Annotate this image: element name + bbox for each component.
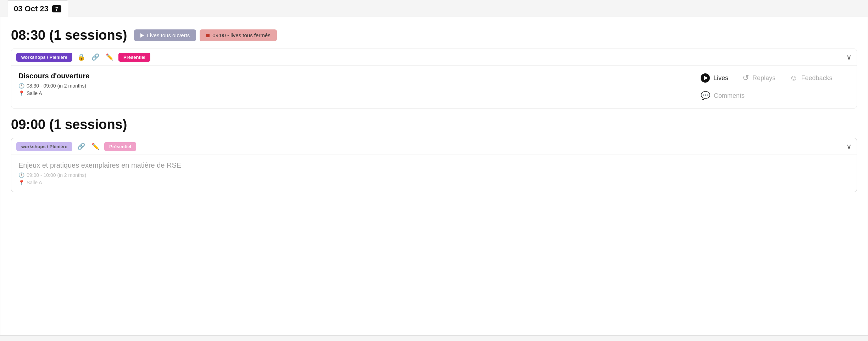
session-info-2: Enjeux et pratiques exemplaires en matiè… [18,161,850,185]
link-button-1[interactable]: 🔗 [90,52,101,62]
tag-presentiel-1: Présentiel [118,53,150,62]
session-meta-1: 🕐 08:30 - 09:00 (in 2 months) [18,83,690,89]
content-area: 08:30 (1 sessions) Lives tous ouverts 09… [0,17,868,336]
date-label: 03 Oct 23 [14,4,49,13]
lives-action-label: Lives [713,74,728,82]
lives-open-label: Lives tous ouverts [147,32,190,38]
stop-icon [206,34,210,37]
session-card-1: workshops / Plénière 🔒 🔗 ✏️ Présentiel ∨… [11,49,857,108]
actions-row-1-bottom: 💬 Comments [701,90,850,102]
time-header-0900: 09:00 (1 sessions) [11,117,857,132]
session-card-1-body: Discours d'ouverture 🕐 08:30 - 09:00 (in… [11,66,857,108]
session-card-2-header: workshops / Plénière 🔗 ✏️ Présentiel ∨ [11,138,857,155]
lock-button-1[interactable]: 🔒 [76,52,87,62]
lives-action-btn-1[interactable]: Lives [701,72,728,84]
time-section-0830: 08:30 (1 sessions) Lives tous ouverts 09… [11,28,857,108]
replay-icon: ↺ [742,73,749,83]
location-text-2: Salle A [27,180,42,185]
session-title-2: Enjeux et pratiques exemplaires en matiè… [18,161,850,169]
pin-icon-2: 📍 [18,180,24,185]
date-badge: 7 [52,5,61,12]
chevron-down-2[interactable]: ∨ [846,142,852,151]
lives-close-label: 09:00 - lives tous fermés [212,32,270,38]
play-circle-icon [701,73,710,83]
location-text-1: Salle A [27,90,42,96]
comment-icon: 💬 [701,91,710,100]
edit-button-2[interactable]: ✏️ [90,142,101,151]
session-card-1-header: workshops / Plénière 🔒 🔗 ✏️ Présentiel ∨ [11,49,857,66]
session-time-2: 09:00 - 10:00 (in 2 months) [27,172,86,178]
comments-action-label: Comments [714,92,745,100]
feedbacks-action-btn-1[interactable]: ☺ Feedbacks [790,72,833,84]
clock-icon-1: 🕐 [18,83,24,89]
date-tab[interactable]: 03 Oct 23 7 [7,0,68,17]
feedbacks-action-label: Feedbacks [801,74,833,82]
chevron-down-1[interactable]: ∨ [846,53,852,61]
link-button-2[interactable]: 🔗 [76,142,87,151]
session-time-1: 08:30 - 09:00 (in 2 months) [27,83,86,89]
edit-button-1[interactable]: ✏️ [104,52,115,62]
comments-action-btn-1[interactable]: 💬 Comments [701,90,745,102]
play-icon [140,33,144,38]
tag-presentiel-2: Présentiel [104,142,136,151]
replays-action-label: Replays [752,74,775,82]
track-badge-2: workshops / Plénière [16,142,72,151]
session-actions-1: Lives ↺ Replays ☺ Feedbacks [701,72,850,102]
replays-action-btn-1[interactable]: ↺ Replays [742,72,775,84]
time-actions-0830: Lives tous ouverts 09:00 - lives tous fe… [134,29,277,41]
time-header-0830: 08:30 (1 sessions) Lives tous ouverts 09… [11,28,857,43]
session-meta-2: 🕐 09:00 - 10:00 (in 2 months) [18,172,850,178]
feedback-icon: ☺ [790,73,797,83]
play-triangle [704,76,708,80]
session-card-2: workshops / Plénière 🔗 ✏️ Présentiel ∨ E… [11,138,857,192]
pin-icon-1: 📍 [18,90,24,96]
session-location-1: 📍 Salle A [18,90,690,96]
session-card-2-body: Enjeux et pratiques exemplaires en matiè… [11,155,857,192]
time-title-0900: 09:00 (1 sessions) [11,117,127,132]
session-title-1: Discours d'ouverture [18,72,690,80]
clock-icon-2: 🕐 [18,172,24,178]
session-info-1: Discours d'ouverture 🕐 08:30 - 09:00 (in… [18,72,690,96]
time-title-0830: 08:30 (1 sessions) [11,28,127,43]
page-wrapper: 03 Oct 23 7 08:30 (1 sessions) Lives tou… [0,0,868,341]
btn-lives-close-0830[interactable]: 09:00 - lives tous fermés [200,29,277,41]
track-badge-1: workshops / Plénière [16,53,72,62]
actions-row-1-top: Lives ↺ Replays ☺ Feedbacks [701,72,850,84]
time-section-0900: 09:00 (1 sessions) workshops / Plénière … [11,117,857,192]
btn-lives-open-0830[interactable]: Lives tous ouverts [134,29,196,41]
session-location-2: 📍 Salle A [18,180,850,185]
